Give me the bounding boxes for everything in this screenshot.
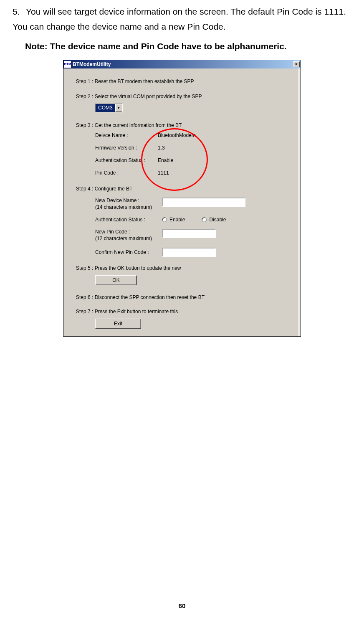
ok-button[interactable]: OK [95, 275, 137, 285]
device-name-value: BluetoothModem [158, 132, 196, 138]
window-title: BTModemUtility [73, 61, 293, 67]
new-pin-code-label: New Pin Code : (12 characters maximum) [95, 229, 162, 242]
chevron-down-icon[interactable]: ▼ [115, 104, 122, 112]
step5-text: Step 5 : Press the OK button to update t… [76, 265, 298, 271]
new-device-name-label: New Device Name : (14 characters maximum… [95, 198, 162, 210]
pin-code-label: Pin Code : [95, 170, 158, 176]
radio-icon [202, 217, 207, 222]
app-icon: BTM [64, 61, 71, 68]
confirm-pin-code-input[interactable] [162, 248, 216, 257]
app-window: BTM BTModemUtility × Step 1 : Reset the … [63, 60, 301, 336]
confirm-pin-code-label: Confirm New Pin Code : [95, 249, 162, 256]
close-button[interactable]: × [293, 61, 300, 67]
exit-button[interactable]: Exit [95, 319, 141, 329]
enable-radio[interactable]: Enable [162, 217, 185, 223]
step6-text: Step 6 : Disconnect the SPP connection t… [76, 294, 298, 300]
cfg-auth-status-label: Authentication Status : [95, 217, 162, 223]
radio-icon [162, 217, 167, 222]
firmware-version-value: 1.3 [158, 145, 165, 151]
disable-radio[interactable]: Disable [202, 217, 226, 223]
step4-text: Step 4 : Configure the BT [76, 186, 298, 192]
disable-radio-label: Disable [209, 217, 226, 223]
screenshot-frame: BTM BTModemUtility × Step 1 : Reset the … [63, 60, 301, 337]
enable-radio-label: Enable [169, 217, 185, 223]
device-name-label: Deivce Name : [95, 132, 158, 138]
pin-code-value: 1111 [158, 170, 169, 176]
step2-text: Step 2 : Select the virtual COM port pro… [76, 94, 298, 99]
step7-text: Step 7 : Press the Exit button to termin… [76, 309, 298, 314]
title-bar: BTM BTModemUtility × [63, 60, 301, 68]
step1-text: Step 1 : Reset the BT modem then establi… [76, 79, 298, 84]
auth-status-value: Enable [158, 157, 173, 163]
note-text: Note: The device name and Pin Code have … [25, 41, 351, 51]
new-device-name-input[interactable] [162, 198, 245, 207]
new-pin-code-input[interactable] [162, 229, 216, 238]
firmware-version-label: Firmware Version : [95, 145, 158, 151]
instruction-text: You will see target device information o… [13, 7, 346, 31]
page-number: 60 [0, 602, 364, 609]
com-port-selected: COM3 [96, 104, 115, 112]
list-number: 5. [13, 4, 26, 19]
com-port-combo[interactable]: COM3 ▼ [95, 104, 123, 112]
window-body: Step 1 : Reset the BT modem then establi… [63, 68, 301, 336]
step3-text: Step 3 : Get the current information fro… [76, 122, 298, 128]
auth-status-label: Authentication Status : [95, 157, 158, 163]
instruction-paragraph: 5.You will see target device information… [13, 4, 351, 34]
footer-rule [13, 599, 351, 599]
